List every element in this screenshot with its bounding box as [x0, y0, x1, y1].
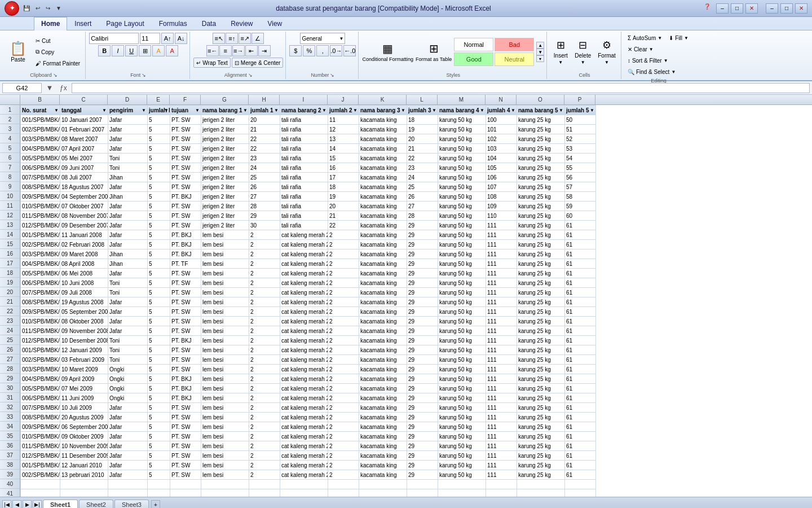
table-cell[interactable]: 17: [328, 173, 359, 182]
row-header[interactable]: 37: [0, 450, 20, 460]
table-cell[interactable]: 002/SPB/MBK/II/2009: [21, 355, 60, 365]
table-cell[interactable]: 2: [328, 249, 359, 259]
table-cell[interactable]: 28: [249, 202, 280, 211]
table-cell[interactable]: tali rafia: [280, 192, 328, 202]
table-cell[interactable]: 111: [486, 221, 517, 230]
font-color-button[interactable]: A: [166, 45, 178, 56]
table-cell[interactable]: karung 25 kg: [517, 230, 565, 240]
header-cell[interactable]: pengirim ▼: [108, 106, 148, 115]
align-right-button[interactable]: ≡→: [232, 45, 245, 56]
table-cell[interactable]: Jafar: [108, 470, 148, 480]
table-cell[interactable]: 2: [328, 297, 359, 307]
table-cell[interactable]: 2: [328, 269, 359, 278]
table-cell[interactable]: [201, 489, 249, 497]
table-cell[interactable]: PT. SW: [170, 115, 201, 125]
table-cell[interactable]: tali rafia: [280, 154, 328, 163]
table-cell[interactable]: cat kaleng merah 2 ltr: [280, 326, 328, 336]
excel-close-button[interactable]: ✕: [795, 3, 807, 14]
align-top-right-button[interactable]: ≡↗: [239, 33, 251, 44]
table-cell[interactable]: 2: [249, 278, 280, 288]
table-cell[interactable]: 2: [249, 288, 280, 297]
table-cell[interactable]: 5: [148, 345, 170, 355]
table-cell[interactable]: 07 Mei 2009: [60, 384, 108, 393]
table-cell[interactable]: 61: [565, 221, 596, 230]
table-cell[interactable]: 25: [249, 173, 280, 182]
row-header[interactable]: 18: [0, 268, 20, 278]
table-cell[interactable]: cat kaleng merah 2 ltr: [280, 432, 328, 441]
table-cell[interactable]: 2: [328, 336, 359, 345]
table-cell[interactable]: 5: [148, 211, 170, 221]
table-cell[interactable]: lem besi: [201, 230, 249, 240]
table-cell[interactable]: kacamata king: [359, 355, 407, 365]
table-cell[interactable]: karung 25 kg: [517, 441, 565, 451]
table-cell[interactable]: cat kaleng merah 2 ltr: [280, 259, 328, 269]
table-cell[interactable]: [438, 480, 486, 489]
row-header[interactable]: 28: [0, 364, 20, 374]
paste-button[interactable]: 📋 Paste: [5, 35, 32, 69]
row-header[interactable]: 33: [0, 412, 20, 422]
table-cell[interactable]: 29: [407, 297, 438, 307]
sheet-tab-2[interactable]: Sheet2: [79, 500, 113, 508]
table-cell[interactable]: 61: [565, 461, 596, 470]
table-cell[interactable]: 27: [407, 202, 438, 211]
table-cell[interactable]: PT. SW: [170, 451, 201, 461]
decrease-decimal-button[interactable]: .0→: [330, 45, 342, 56]
table-cell[interactable]: kacamata king: [359, 374, 407, 384]
table-cell[interactable]: 012/SPB/MBK/XII/2007: [21, 221, 60, 230]
table-cell[interactable]: 5: [148, 230, 170, 240]
align-top-left-button[interactable]: ≡↖: [213, 33, 225, 44]
table-cell[interactable]: 29: [407, 336, 438, 345]
table-cell[interactable]: Toni: [108, 154, 148, 163]
table-cell[interactable]: 61: [565, 278, 596, 288]
table-cell[interactable]: 111: [486, 326, 517, 336]
table-cell[interactable]: 22: [249, 134, 280, 144]
table-cell[interactable]: lem besi: [201, 422, 249, 432]
table-cell[interactable]: kacamata king: [359, 432, 407, 441]
table-cell[interactable]: 001/SPB/MBK/I/2010: [21, 461, 60, 470]
table-cell[interactable]: cat kaleng merah 2 ltr: [280, 451, 328, 461]
table-cell[interactable]: [438, 489, 486, 497]
table-cell[interactable]: kacamata king: [359, 173, 407, 182]
table-cell[interactable]: 004/SPB/MBK/IV/2007: [21, 144, 60, 154]
insert-cells-button[interactable]: ⊞ Insert ▼: [550, 37, 571, 67]
table-cell[interactable]: 2: [328, 288, 359, 297]
table-cell[interactable]: PT. BKJ: [170, 393, 201, 403]
table-cell[interactable]: 109: [486, 202, 517, 211]
orient-button[interactable]: ∠: [251, 33, 264, 44]
table-cell[interactable]: 61: [565, 317, 596, 326]
row-header[interactable]: 16: [0, 249, 20, 259]
table-cell[interactable]: [108, 480, 148, 489]
col-header-F[interactable]: F: [170, 95, 201, 104]
table-cell[interactable]: 5: [148, 403, 170, 413]
table-cell[interactable]: 003/SPB/MBK/III/2008: [21, 249, 60, 259]
table-cell[interactable]: 009/SPB/MBK/IX/2008: [21, 307, 60, 317]
table-cell[interactable]: 111: [486, 365, 517, 374]
table-cell[interactable]: 2: [328, 461, 359, 470]
table-cell[interactable]: karung 50 kg: [438, 461, 486, 470]
table-cell[interactable]: 58: [565, 192, 596, 202]
table-cell[interactable]: cat kaleng merah 2 ltr: [280, 422, 328, 432]
row-header[interactable]: 36: [0, 441, 20, 450]
table-cell[interactable]: karung 25 kg: [517, 461, 565, 470]
table-cell[interactable]: 57: [565, 182, 596, 192]
table-cell[interactable]: 10 Juli 2009: [60, 403, 108, 413]
table-cell[interactable]: karung 50 kg: [438, 441, 486, 451]
table-cell[interactable]: 111: [486, 432, 517, 441]
table-cell[interactable]: 5: [148, 336, 170, 345]
table-cell[interactable]: [280, 489, 328, 497]
alignment-expand-icon[interactable]: ↘: [248, 72, 253, 78]
tab-formulas[interactable]: Formulas: [152, 17, 195, 30]
table-cell[interactable]: 61: [565, 393, 596, 403]
table-cell[interactable]: 2: [249, 441, 280, 451]
table-cell[interactable]: [21, 489, 60, 497]
table-cell[interactable]: 003/SPB/MBK/III/2009: [21, 365, 60, 374]
table-cell[interactable]: karung 50 kg: [438, 202, 486, 211]
header-cell[interactable]: No. surat ▼: [21, 106, 60, 115]
table-cell[interactable]: Jafar: [108, 326, 148, 336]
row-header[interactable]: 5: [0, 143, 20, 153]
table-cell[interactable]: 09 Juli 2008: [60, 288, 108, 297]
table-cell[interactable]: PT. SW: [170, 326, 201, 336]
header-cell[interactable]: jumlah 2 ▼: [328, 106, 359, 115]
table-cell[interactable]: karung 25 kg: [517, 115, 565, 125]
row-header[interactable]: 6: [0, 153, 20, 163]
